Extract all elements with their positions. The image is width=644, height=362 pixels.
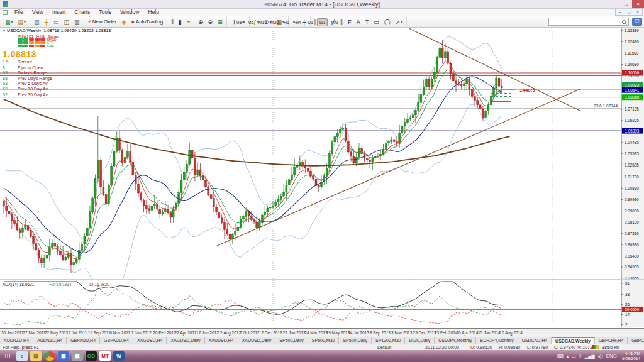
tray-show-hidden-icons-icon[interactable]: ▴: [567, 354, 569, 359]
market-watch-button[interactable]: ▥: [32, 18, 42, 26]
chart-tab-sp500-m30[interactable]: SP500,M30: [308, 337, 340, 344]
chart-tab-xagusd-daily[interactable]: XAGUSD,Daily: [167, 337, 204, 344]
chart-tab-gbpaud-h4[interactable]: GBPAUD,H4: [100, 337, 133, 344]
tray-power-icon[interactable]: ▯: [579, 354, 582, 359]
terminal-button[interactable]: ▭: [52, 18, 61, 26]
candle-body: [194, 158, 196, 175]
candle-body: [235, 231, 236, 235]
candle-body: [439, 48, 441, 57]
data-window-button[interactable]: ◫: [62, 18, 71, 26]
adx-indicator-panel[interactable]: ADX(14) 18.9631+DI:19.1914-DI:16.9820513…: [0, 279, 644, 327]
taskbar-word-icon[interactable]: W: [113, 351, 125, 361]
candle-body: [385, 143, 387, 150]
ellipse-button[interactable]: ◯: [382, 18, 392, 26]
taskbar-internet-explorer-icon[interactable]: e: [16, 351, 28, 361]
timeframe-m5-button[interactable]: M5: [245, 18, 256, 26]
timeframe-d1-button[interactable]: D1: [305, 18, 316, 26]
rectangle-button[interactable]: ▭: [372, 18, 381, 26]
menu-charts[interactable]: Charts: [70, 9, 94, 15]
taskbar-mt4-icon[interactable]: MT: [99, 351, 111, 361]
chart-tab-dj30-daily[interactable]: DJ30,Daily: [405, 337, 435, 344]
help-chat-icon[interactable]: 🗨: [632, 18, 642, 26]
chart-tab-audnzd-h4[interactable]: AUDNZD,H4: [33, 337, 67, 344]
chart-tab-usdcad-weekly[interactable]: USDCAD,Weekly: [552, 337, 595, 344]
menu-window[interactable]: Window: [116, 9, 143, 15]
chart-tab-sp1200-m30[interactable]: SP1200,M30: [372, 337, 405, 344]
menu-help[interactable]: Help: [143, 9, 163, 15]
timeframe-h1-button[interactable]: H1: [281, 18, 292, 26]
taskbar-photos-icon[interactable]: ▦: [72, 351, 83, 361]
tray-network-icon[interactable]: ▂▄▆: [585, 354, 595, 359]
tray-clock[interactable]: 4:41 PM6/09/2014: [622, 351, 640, 361]
date-label: 27 Mar 2011: [23, 331, 45, 335]
tray-touch-keyboard-icon[interactable]: ⌨: [557, 354, 564, 359]
autotrading-button[interactable]: ●AutoTrading: [129, 18, 165, 26]
chart-tab-usdjpy-monthly[interactable]: USDJPY,Monthly: [435, 337, 476, 344]
chart-tab-audnzd-h4[interactable]: AUDNZD,H4: [0, 337, 33, 344]
tray-monitor-icon[interactable]: ▭: [572, 354, 576, 359]
taskbar-calculator-icon[interactable]: ▦: [58, 351, 69, 361]
timeframe-mn-button[interactable]: MN: [329, 18, 340, 26]
chart-tab-gbpaud-h4[interactable]: GBPAUD,H4: [67, 337, 100, 344]
zoom-out-button[interactable]: ⊖: [206, 18, 215, 26]
tray-language[interactable]: ENG: [606, 353, 617, 359]
profiles-button[interactable]: ▤▾: [16, 18, 28, 26]
chart-tab-xauusd-h4[interactable]: XAUUSD,H4: [205, 337, 238, 344]
menu-tools[interactable]: Tools: [94, 9, 116, 15]
tile-windows-button[interactable]: ⊞: [216, 18, 225, 26]
strategy-tester-button[interactable]: ▧: [72, 18, 82, 26]
start-button[interactable]: ⊞: [0, 350, 15, 362]
metaeditor-button[interactable]: ◆: [119, 18, 128, 26]
adx-tick-label: 51: [625, 281, 630, 285]
chart-tab-gbpchf-h4[interactable]: GBPCHF,H4: [628, 337, 644, 344]
date-label: 11 Sep 2011: [88, 331, 111, 335]
taskbar-go-trader-icon[interactable]: GO: [86, 351, 97, 361]
status-low: L: 0.97780: [527, 345, 548, 349]
price-tick-label: 0.93655: [625, 276, 639, 279]
text-label-button[interactable]: T: [364, 18, 371, 26]
taskbar-chrome-icon[interactable]: ●: [44, 351, 55, 361]
candle-body: [388, 142, 390, 143]
tray-volume-icon[interactable]: ◂)): [598, 354, 603, 359]
timeframe-h4-button[interactable]: H4: [293, 18, 304, 26]
maximize-button[interactable]: □: [620, 0, 632, 8]
mdi-restore-button[interactable]: □: [625, 9, 633, 15]
date-label: 27 Jan 2013: [283, 331, 306, 335]
text-button[interactable]: A: [355, 18, 362, 26]
chart-tab-eurjpy-monthly[interactable]: EURJPY,Monthly: [476, 337, 518, 344]
price-chart[interactable]: 23.6 1.071441440:51.133801.124801.115801…: [0, 28, 644, 279]
fibonacci-button[interactable]: F: [346, 18, 353, 26]
bar-chart-button[interactable]: ‖: [169, 18, 175, 26]
candlestick-chart-button[interactable]: ▮: [177, 18, 184, 26]
market-watch-icon: ▥: [34, 18, 40, 26]
mdi-close-button[interactable]: ×: [633, 9, 642, 15]
arrows-button[interactable]: ↗▾: [394, 18, 405, 26]
chart-tab-gbpchf-h4[interactable]: GBPCHF,H4: [595, 337, 628, 344]
close-button[interactable]: ×: [632, 0, 644, 8]
chart-tab-usdcad-h4[interactable]: USDCAD,H4: [518, 337, 552, 344]
timeframe-m15-button[interactable]: M15: [257, 18, 268, 26]
zoom-in-button[interactable]: ⊕: [196, 18, 205, 26]
menu-file[interactable]: File: [10, 9, 28, 15]
toolbar-search-input[interactable]: [549, 18, 622, 25]
candle-body: [447, 52, 449, 63]
line-chart-button[interactable]: ~: [185, 18, 192, 26]
menu-insert[interactable]: Insert: [48, 9, 70, 15]
new-order-button[interactable]: +New Order: [86, 18, 119, 26]
chart-tab-xauusd-daily[interactable]: XAUUSD,Daily: [238, 337, 276, 344]
status-profile[interactable]: Default: [377, 345, 391, 349]
candle-body: [336, 133, 338, 136]
timeframe-w1-button[interactable]: W1: [317, 18, 328, 26]
timeframe-m30-button[interactable]: M30: [269, 18, 280, 26]
chart-tab-sp500-daily[interactable]: SP500,Daily: [339, 337, 372, 344]
minimize-button[interactable]: −: [608, 0, 620, 8]
mdi-minimize-button[interactable]: −: [616, 9, 625, 15]
chart-tab-sp500-daily[interactable]: SP500,Daily: [275, 337, 308, 344]
candle-body: [493, 88, 495, 96]
new-chart-button[interactable]: ▦▾: [3, 18, 15, 26]
timeframe-m1-button[interactable]: M1: [233, 18, 244, 26]
menu-view[interactable]: View: [28, 9, 48, 15]
chart-tab-xagusd-h4[interactable]: XAGUSD,H4: [133, 337, 167, 344]
navigator-button[interactable]: ┼: [43, 18, 50, 26]
taskbar-file-explorer-icon[interactable]: ▤: [30, 351, 42, 361]
